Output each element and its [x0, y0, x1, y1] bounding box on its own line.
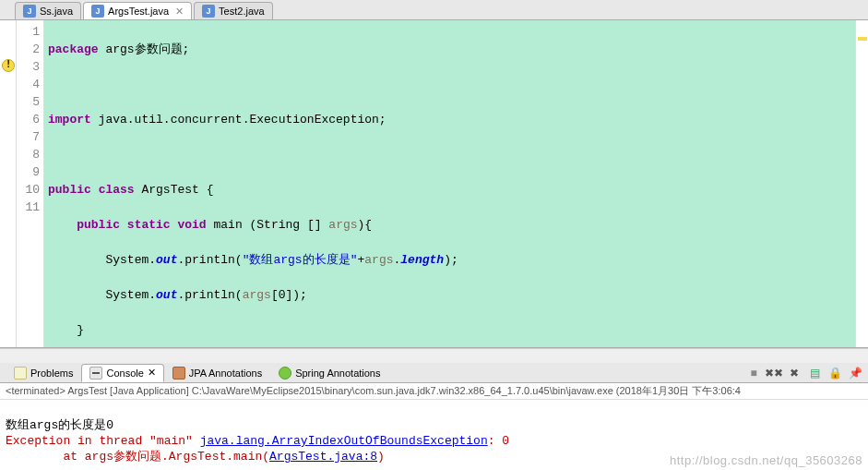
- console-line: Exception in thread "main" java.lang.Arr…: [6, 434, 509, 448]
- line-number-gutter: 1 2 3 4 5 6 7 8 9 10 11: [17, 20, 44, 347]
- editor-tab-bar: J Ss.java J ArgsTest.java ✕ J Test2.java: [0, 0, 868, 20]
- stop-icon[interactable]: ■: [746, 366, 761, 380]
- panel-tab-jpa-annotations[interactable]: JPA Annotations: [164, 364, 270, 382]
- console-output[interactable]: 数组args的长度是0 Exception in thread "main" j…: [0, 400, 868, 470]
- close-icon[interactable]: ✕: [175, 6, 184, 18]
- remove-all-icon[interactable]: ✖✖: [767, 366, 781, 380]
- pin-console-icon[interactable]: 📌: [848, 366, 862, 380]
- watermark-text: http://blog.csdn.net/qq_35603268: [670, 452, 862, 468]
- console-line: at args参数问题.ArgsTest.main(ArgsTest.java:…: [6, 450, 385, 464]
- overview-ruler[interactable]: [855, 20, 868, 347]
- jpa-icon: [172, 367, 185, 380]
- tab-label: ArgsTest.java: [108, 6, 169, 17]
- panel-tab-bar: Problems Console ✕ JPA Annotations Sprin…: [0, 363, 868, 383]
- problems-icon: [14, 367, 27, 380]
- code-editor[interactable]: package args参数问题; import java.util.concu…: [44, 20, 855, 347]
- editor-area: 1 2 3 4 5 6 7 8 9 10 11 package args参数问题…: [0, 20, 868, 348]
- panel-tab-problems[interactable]: Problems: [6, 364, 81, 382]
- tab-label: Ss.java: [40, 6, 73, 17]
- stacktrace-link[interactable]: ArgsTest.java:8: [269, 450, 377, 464]
- java-file-icon: J: [23, 5, 36, 18]
- warning-overview-mark[interactable]: [858, 37, 867, 41]
- tab-label: Test2.java: [219, 6, 265, 17]
- spring-icon: [279, 367, 291, 380]
- tab-ss-java[interactable]: J Ss.java: [15, 2, 81, 19]
- panel-tab-spring-annotations[interactable]: Spring Annotations: [270, 364, 388, 382]
- remove-launch-icon[interactable]: ✖: [787, 366, 802, 380]
- marker-column: [0, 20, 17, 347]
- tab-test2-java[interactable]: J Test2.java: [194, 2, 273, 19]
- scroll-lock-icon[interactable]: 🔒: [827, 366, 842, 380]
- warning-marker-icon[interactable]: [2, 59, 15, 72]
- close-icon[interactable]: ✕: [148, 367, 156, 379]
- console-line: 数组args的长度是0: [6, 418, 113, 432]
- exception-link[interactable]: java.lang.ArrayIndexOutOfBoundsException: [200, 434, 488, 448]
- console-icon: [89, 367, 102, 380]
- horizontal-scrollbar[interactable]: [0, 348, 868, 363]
- clear-console-icon[interactable]: ▤: [807, 366, 822, 380]
- bottom-panel: Problems Console ✕ JPA Annotations Sprin…: [0, 363, 868, 470]
- console-toolbar: ■ ✖✖ ✖ ▤ 🔒 📌: [746, 366, 868, 380]
- java-file-icon: J: [91, 5, 104, 18]
- panel-tab-console[interactable]: Console ✕: [81, 364, 163, 382]
- tab-argstest-java[interactable]: J ArgsTest.java ✕: [83, 2, 192, 19]
- java-file-icon: J: [202, 5, 215, 18]
- console-status: <terminated> ArgsTest [Java Application]…: [0, 383, 868, 400]
